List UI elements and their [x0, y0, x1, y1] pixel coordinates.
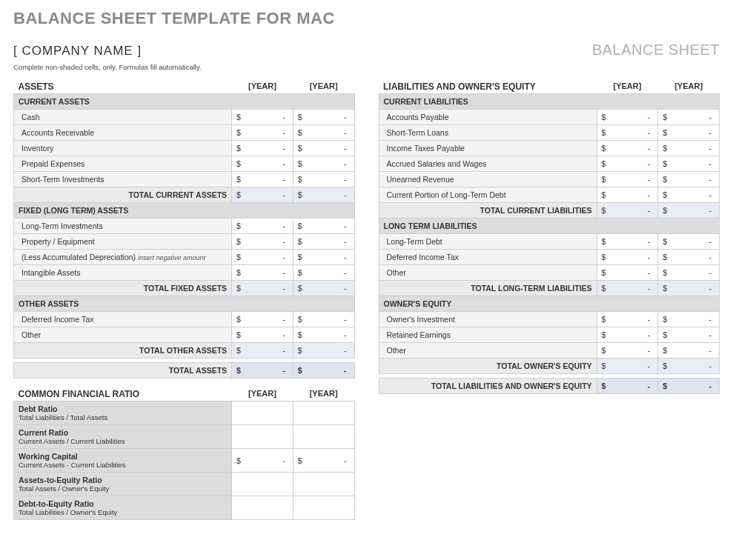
money-cell[interactable]: $- [232, 265, 293, 281]
row-label: Long-Term Investments [14, 219, 232, 234]
money-cell[interactable]: $- [232, 172, 293, 187]
money-cell: $- [658, 359, 720, 374]
money-cell[interactable]: $- [293, 110, 354, 125]
ratio-value[interactable] [232, 401, 293, 425]
fixed-assets-hdr: FIXED (LONG TERM) ASSETS [14, 203, 355, 219]
ratio-value[interactable] [293, 473, 354, 496]
money-cell: $- [597, 359, 658, 374]
ratio-label: Assets-to-Equity RatioTotal Assets / Own… [14, 473, 232, 496]
page-title: BALANCE SHEET TEMPLATE FOR MAC [13, 9, 720, 28]
money-cell: $- [597, 379, 658, 394]
money-cell: $- [658, 203, 720, 219]
money-cell[interactable]: $- [232, 327, 293, 343]
year-header-1: [YEAR] [597, 79, 658, 94]
ratio-value[interactable] [232, 496, 293, 520]
row-label: Owner's Investment [379, 312, 597, 327]
row-label: Current Portion of Long-Term Debt [379, 187, 597, 203]
money-cell[interactable]: $- [658, 265, 720, 281]
total-assets-label: TOTAL ASSETS [14, 363, 232, 379]
money-cell[interactable]: $- [293, 156, 354, 172]
money-cell[interactable]: $- [293, 265, 354, 281]
ratio-value[interactable] [293, 401, 354, 425]
money-cell[interactable]: $- [597, 265, 658, 281]
money-cell[interactable]: $- [658, 187, 720, 203]
money-cell[interactable]: $- [232, 125, 293, 141]
money-cell[interactable]: $- [597, 312, 658, 327]
year-header-1: [YEAR] [232, 386, 293, 401]
current-assets-hdr: CURRENT ASSETS [14, 94, 355, 110]
money-cell[interactable]: $- [658, 125, 720, 141]
money-cell[interactable]: $- [232, 312, 293, 327]
money-cell[interactable]: $- [293, 312, 354, 327]
money-cell[interactable]: $- [232, 250, 293, 265]
money-cell[interactable]: $- [597, 156, 658, 172]
money-cell[interactable]: $- [597, 141, 658, 156]
other-assets-hdr: OTHER ASSETS [14, 296, 355, 312]
money-cell[interactable]: $- [597, 110, 658, 125]
money-cell[interactable]: $- [597, 327, 658, 343]
money-cell[interactable]: $- [232, 156, 293, 172]
longterm-liab-hdr: LONG TERM LIABILITIES [379, 219, 720, 234]
money-cell[interactable]: $- [232, 219, 293, 234]
money-cell: $- [232, 281, 293, 296]
ratio-value[interactable] [232, 473, 293, 496]
ratio-label: Debt RatioTotal Liabilities / Total Asse… [14, 401, 232, 425]
ratio-label: Current RatioCurrent Assets / Current Li… [14, 425, 232, 449]
money-cell: $- [293, 281, 354, 296]
year-header-1: [YEAR] [232, 79, 293, 94]
money-cell[interactable]: $- [293, 141, 354, 156]
ratio-value[interactable] [232, 425, 293, 449]
ratio-value[interactable] [293, 425, 354, 449]
current-liab-hdr: CURRENT LIABILITIES [379, 94, 720, 110]
money-cell[interactable]: $- [597, 187, 658, 203]
money-cell[interactable]: $- [232, 449, 293, 473]
ratio-title: COMMON FINANCIAL RATIO [14, 386, 232, 401]
ratio-label: Debt-to-Equity RatioTotal Liabilities / … [14, 496, 232, 520]
money-cell[interactable]: $- [232, 110, 293, 125]
money-cell[interactable]: $- [597, 125, 658, 141]
assets-title: ASSETS [14, 79, 232, 94]
row-label: Accrued Salaries and Wages [379, 156, 597, 172]
row-label: Cash [14, 110, 232, 125]
money-cell[interactable]: $- [597, 250, 658, 265]
row-label: Retained Earnings [379, 327, 597, 343]
total-liab-equity-label: TOTAL LIABILITIES AND OWNER'S EQUITY [379, 379, 597, 394]
company-name: [ COMPANY NAME ] [13, 44, 142, 59]
money-cell[interactable]: $- [658, 312, 720, 327]
row-label: Accounts Receivable [14, 125, 232, 141]
money-cell[interactable]: $- [597, 172, 658, 187]
row-label: Long-Term Debt [379, 234, 597, 250]
money-cell[interactable]: $- [658, 250, 720, 265]
row-label: Other [14, 327, 232, 343]
money-cell[interactable]: $- [658, 156, 720, 172]
money-cell[interactable]: $- [293, 125, 354, 141]
money-cell[interactable]: $- [658, 172, 720, 187]
total-longterm-liab-label: TOTAL LONG-TERM LIABILITIES [379, 281, 597, 296]
money-cell[interactable]: $- [658, 110, 720, 125]
money-cell: $- [293, 187, 354, 203]
row-label: Intangible Assets [14, 265, 232, 281]
money-cell[interactable]: $- [658, 327, 720, 343]
row-label: Short-Term Loans [379, 125, 597, 141]
row-label: Inventory [14, 141, 232, 156]
money-cell[interactable]: $- [232, 141, 293, 156]
money-cell[interactable]: $- [293, 327, 354, 343]
money-cell[interactable]: $- [597, 234, 658, 250]
money-cell[interactable]: $- [658, 141, 720, 156]
row-label: Deferred Income Tax [379, 250, 597, 265]
money-cell[interactable]: $- [293, 219, 354, 234]
row-label: Prepaid Expenses [14, 156, 232, 172]
assets-table: ASSETS [YEAR] [YEAR] CURRENT ASSETS Cash… [13, 79, 355, 379]
money-cell[interactable]: $- [597, 343, 658, 359]
total-current-liab-label: TOTAL CURRENT LIABILITIES [379, 203, 597, 219]
money-cell[interactable]: $- [232, 234, 293, 250]
money-cell[interactable]: $- [293, 449, 354, 473]
row-label: Other [379, 265, 597, 281]
money-cell[interactable]: $- [293, 172, 354, 187]
ratio-value[interactable] [293, 496, 354, 520]
money-cell[interactable]: $- [658, 234, 720, 250]
money-cell[interactable]: $- [658, 343, 720, 359]
year-header-2: [YEAR] [658, 79, 720, 94]
money-cell[interactable]: $- [293, 234, 354, 250]
money-cell[interactable]: $- [293, 250, 354, 265]
